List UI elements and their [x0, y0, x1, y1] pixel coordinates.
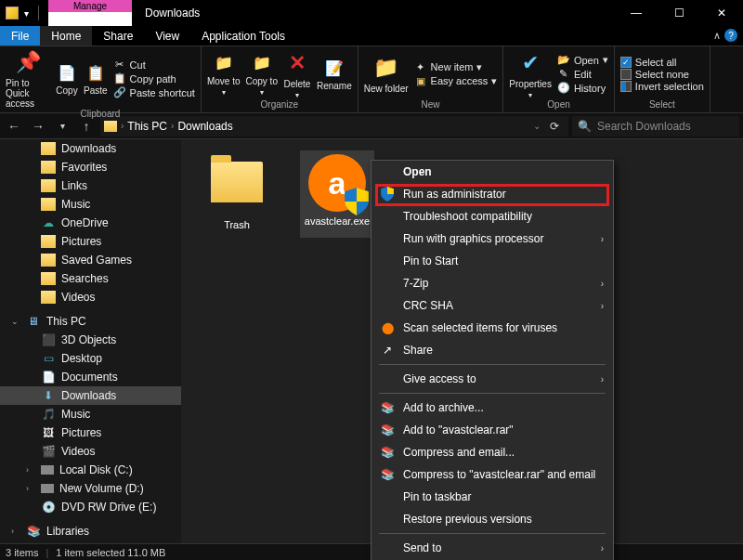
- new-folder-button[interactable]: 📁New folder: [364, 54, 409, 94]
- context-menu: Open Run as administrator Troubleshoot c…: [371, 160, 614, 560]
- refresh-button[interactable]: ⟳: [544, 120, 565, 133]
- sidebar-item-videos-pc[interactable]: 🎬Videos: [0, 442, 181, 461]
- sidebar-item-music[interactable]: Music: [0, 195, 181, 214]
- status-item-count: 3 items: [6, 547, 38, 558]
- explorer-icon: [6, 7, 19, 20]
- contextual-tab[interactable]: Manage: [48, 0, 132, 26]
- breadcrumb-dropdown-icon[interactable]: ⌄: [533, 121, 541, 131]
- ctx-run-gfx[interactable]: Run with graphics processor›: [372, 228, 613, 250]
- tab-home[interactable]: Home: [40, 26, 92, 46]
- help-icon[interactable]: ?: [724, 29, 737, 42]
- new-item-button[interactable]: ✦New item ▾: [414, 60, 498, 73]
- copy-path-button[interactable]: 📋Copy path: [113, 72, 195, 85]
- group-select-label: Select: [620, 99, 704, 111]
- ctx-run-as-admin[interactable]: Run as administrator: [372, 183, 613, 205]
- search-input[interactable]: 🔍 Search Downloads: [572, 116, 739, 137]
- move-to-button[interactable]: 📁Move to▾: [207, 52, 241, 97]
- tab-view[interactable]: View: [144, 26, 190, 46]
- ctx-restore-prev[interactable]: Restore previous versions: [372, 508, 613, 530]
- manage-ribbon-label: Manage: [48, 0, 132, 12]
- group-organize-label: Organize: [207, 99, 352, 111]
- properties-button[interactable]: ✔Properties▾: [509, 49, 552, 99]
- ctx-pin-taskbar[interactable]: Pin to taskbar: [372, 486, 613, 508]
- sidebar-item-downloads[interactable]: Downloads: [0, 139, 181, 158]
- folder-icon: [211, 162, 263, 202]
- ribbon-tabs: File Home Share View Application Tools ∧…: [0, 26, 743, 46]
- ctx-crc-sha[interactable]: CRC SHA›: [372, 294, 613, 317]
- qat-dropdown-icon[interactable]: ▾: [24, 8, 29, 19]
- ctx-add-archive[interactable]: 📚Add to archive...: [372, 397, 613, 419]
- edit-button[interactable]: ✎Edit: [557, 68, 608, 81]
- sidebar-item-links[interactable]: Links: [0, 176, 181, 195]
- crumb-this-pc[interactable]: This PC: [127, 120, 167, 133]
- sidebar-item-this-pc[interactable]: ⌄🖥This PC: [0, 312, 181, 331]
- avast-icon: a: [308, 154, 366, 212]
- sidebar-item-downloads-pc[interactable]: ⬇Downloads: [0, 386, 181, 405]
- cut-button[interactable]: ✂Cut: [113, 59, 195, 72]
- open-button[interactable]: 📂Open ▾: [557, 54, 608, 67]
- file-avastclear[interactable]: a avastclear.exe: [300, 150, 374, 238]
- select-all-button[interactable]: ✓Select all: [620, 57, 704, 68]
- delete-button[interactable]: ✕Delete▾: [283, 49, 311, 99]
- ctx-open[interactable]: Open: [372, 161, 613, 183]
- file-label: avastclear.exe: [305, 215, 370, 227]
- invert-selection-button[interactable]: Invert selection: [620, 81, 704, 92]
- file-label: Trash: [224, 219, 250, 230]
- select-none-button[interactable]: Select none: [620, 69, 704, 80]
- navigation-pane[interactable]: Downloads Favorites Links Music ☁OneDriv…: [0, 139, 181, 543]
- paste-button[interactable]: 📋Paste: [84, 61, 108, 96]
- sidebar-item-new-volume-d[interactable]: ›New Volume (D:): [0, 479, 181, 498]
- ctx-compress-email[interactable]: 📚Compress and email...: [372, 441, 613, 463]
- sidebar-item-dvd-rw-e[interactable]: 💿DVD RW Drive (E:): [0, 498, 181, 516]
- tab-application-tools[interactable]: Application Tools: [190, 26, 296, 46]
- copy-to-button[interactable]: 📁Copy to▾: [245, 52, 277, 97]
- rename-button[interactable]: 📝Rename: [317, 57, 352, 91]
- ctx-give-access[interactable]: Give access to›: [372, 368, 613, 390]
- sidebar-item-pictures-pc[interactable]: 🖼Pictures: [0, 423, 181, 442]
- folder-icon: [104, 121, 117, 132]
- crumb-downloads[interactable]: Downloads: [177, 120, 232, 133]
- ctx-add-rar[interactable]: 📚Add to "avastclear.rar": [372, 419, 613, 441]
- ctx-troubleshoot[interactable]: Troubleshoot compatibility: [372, 205, 613, 228]
- paste-shortcut-button[interactable]: 🔗Paste shortcut: [113, 86, 195, 99]
- sidebar-item-documents[interactable]: 📄Documents: [0, 368, 181, 386]
- ctx-compress-rar-email[interactable]: 📚Compress to "avastclear.rar" and email: [372, 463, 613, 486]
- status-selected: 1 item selected 11.0 MB: [56, 547, 165, 558]
- sidebar-item-3d-objects[interactable]: ⬛3D Objects: [0, 331, 181, 349]
- minimize-button[interactable]: —: [615, 0, 658, 26]
- title-bar: ▾ Manage Downloads — ☐ ✕: [0, 0, 743, 26]
- window-title: Downloads: [145, 7, 200, 20]
- ribbon: 📌Pin to Quick access 📄Copy 📋Paste ✂Cut 📋…: [0, 46, 743, 113]
- sidebar-item-desktop[interactable]: ▭Desktop: [0, 349, 181, 368]
- ribbon-collapse-icon[interactable]: ∧: [713, 30, 721, 42]
- sidebar-item-libraries[interactable]: ›📚Libraries: [0, 522, 181, 540]
- ctx-pin-start[interactable]: Pin to Start: [372, 250, 613, 272]
- history-button[interactable]: 🕘History: [557, 82, 608, 95]
- sidebar-item-saved-games[interactable]: Saved Games: [0, 251, 181, 269]
- ctx-send-to[interactable]: Send to›: [372, 537, 613, 559]
- ctx-7zip[interactable]: 7-Zip›: [372, 272, 613, 294]
- sidebar-item-music-pc[interactable]: 🎵Music: [0, 405, 181, 423]
- ctx-share[interactable]: ↗Share: [372, 339, 613, 361]
- copy-button[interactable]: 📄Copy: [56, 61, 78, 96]
- close-button[interactable]: ✕: [700, 0, 743, 26]
- search-icon: 🔍: [578, 120, 592, 133]
- uac-shield-icon: [344, 188, 370, 215]
- sidebar-item-videos[interactable]: Videos: [0, 288, 181, 306]
- sidebar-item-local-disk-c[interactable]: ›Local Disk (C:): [0, 461, 181, 479]
- sidebar-item-pictures[interactable]: Pictures: [0, 232, 181, 251]
- tab-share[interactable]: Share: [92, 26, 144, 46]
- group-clipboard-label: Clipboard: [6, 109, 195, 120]
- pin-quick-access-button[interactable]: 📌Pin to Quick access: [6, 48, 50, 109]
- easy-access-button[interactable]: ▣Easy access ▾: [414, 74, 498, 87]
- sidebar-item-favorites[interactable]: Favorites: [0, 158, 181, 176]
- search-placeholder: Search Downloads: [597, 120, 691, 133]
- group-open-label: Open: [509, 99, 608, 111]
- maximize-button[interactable]: ☐: [658, 0, 700, 26]
- sidebar-item-searches[interactable]: Searches: [0, 269, 181, 288]
- ctx-scan-virus[interactable]: ⬤Scan selected items for viruses: [372, 317, 613, 339]
- group-new-label: New: [364, 99, 498, 111]
- tab-file[interactable]: File: [0, 26, 40, 46]
- file-trash[interactable]: Trash: [200, 150, 274, 230]
- sidebar-item-onedrive[interactable]: ☁OneDrive: [0, 214, 181, 232]
